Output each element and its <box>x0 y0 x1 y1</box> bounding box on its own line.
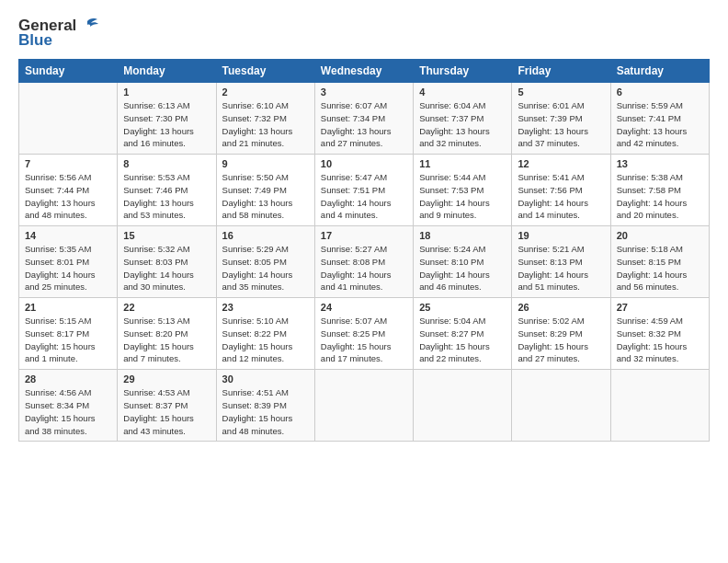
calendar-cell: 28Sunrise: 4:56 AMSunset: 8:34 PMDayligh… <box>19 370 118 442</box>
day-number: 1 <box>123 86 210 98</box>
calendar-cell: 23Sunrise: 5:10 AMSunset: 8:22 PMDayligh… <box>216 298 314 370</box>
day-info: Sunrise: 6:01 AMSunset: 7:39 PMDaylight:… <box>518 99 604 150</box>
day-number: 26 <box>518 302 604 313</box>
calendar-cell: 5Sunrise: 6:01 AMSunset: 7:39 PMDaylight… <box>512 83 610 155</box>
calendar-cell: 2Sunrise: 6:10 AMSunset: 7:32 PMDaylight… <box>216 83 314 155</box>
calendar-cell: 10Sunrise: 5:47 AMSunset: 7:51 PMDayligh… <box>314 155 413 226</box>
logo-blue-text: Blue <box>18 31 52 50</box>
day-info: Sunrise: 5:24 AMSunset: 8:10 PMDaylight:… <box>419 243 506 293</box>
day-info: Sunrise: 6:07 AMSunset: 7:34 PMDaylight:… <box>321 99 407 150</box>
day-info: Sunrise: 5:35 AMSunset: 8:01 PMDaylight:… <box>25 243 111 293</box>
logo: General Blue <box>18 17 98 50</box>
day-info: Sunrise: 6:10 AMSunset: 7:32 PMDaylight:… <box>222 99 309 150</box>
day-number: 30 <box>222 373 309 385</box>
day-number: 3 <box>321 86 407 98</box>
day-info: Sunrise: 5:56 AMSunset: 7:44 PMDaylight:… <box>25 171 111 222</box>
day-number: 22 <box>123 302 210 313</box>
day-info: Sunrise: 5:10 AMSunset: 8:22 PMDaylight:… <box>222 315 309 365</box>
day-number: 15 <box>123 230 210 241</box>
day-info: Sunrise: 4:51 AMSunset: 8:39 PMDaylight:… <box>222 386 309 437</box>
calendar-table: SundayMondayTuesdayWednesdayThursdayFrid… <box>18 59 710 442</box>
day-info: Sunrise: 5:38 AMSunset: 7:58 PMDaylight:… <box>617 171 703 222</box>
calendar-cell <box>512 370 610 442</box>
calendar-cell: 3Sunrise: 6:07 AMSunset: 7:34 PMDaylight… <box>314 83 413 155</box>
day-info: Sunrise: 5:15 AMSunset: 8:17 PMDaylight:… <box>25 315 111 365</box>
day-number: 28 <box>25 373 111 385</box>
header-day-thursday: Thursday <box>414 60 512 83</box>
day-number: 27 <box>617 302 703 313</box>
day-info: Sunrise: 5:41 AMSunset: 7:56 PMDaylight:… <box>518 171 604 222</box>
header-day-saturday: Saturday <box>610 60 709 83</box>
day-number: 14 <box>25 230 111 241</box>
day-info: Sunrise: 5:04 AMSunset: 8:27 PMDaylight:… <box>419 315 506 365</box>
day-info: Sunrise: 5:44 AMSunset: 7:53 PMDaylight:… <box>419 171 506 222</box>
calendar-cell: 8Sunrise: 5:53 AMSunset: 7:46 PMDaylight… <box>118 155 216 226</box>
day-info: Sunrise: 5:50 AMSunset: 7:49 PMDaylight:… <box>222 171 309 222</box>
day-number: 16 <box>222 230 309 241</box>
calendar-week-row: 14Sunrise: 5:35 AMSunset: 8:01 PMDayligh… <box>19 226 710 298</box>
calendar-cell: 29Sunrise: 4:53 AMSunset: 8:37 PMDayligh… <box>118 370 216 442</box>
calendar-cell: 24Sunrise: 5:07 AMSunset: 8:25 PMDayligh… <box>314 298 413 370</box>
day-info: Sunrise: 5:21 AMSunset: 8:13 PMDaylight:… <box>518 243 604 293</box>
calendar-cell: 15Sunrise: 5:32 AMSunset: 8:03 PMDayligh… <box>118 226 216 298</box>
calendar-cell: 18Sunrise: 5:24 AMSunset: 8:10 PMDayligh… <box>414 226 512 298</box>
calendar-cell: 11Sunrise: 5:44 AMSunset: 7:53 PMDayligh… <box>414 155 512 226</box>
day-number: 11 <box>419 158 506 169</box>
day-number: 2 <box>222 86 309 98</box>
calendar-cell: 1Sunrise: 6:13 AMSunset: 7:30 PMDaylight… <box>118 83 216 155</box>
calendar-cell: 22Sunrise: 5:13 AMSunset: 8:20 PMDayligh… <box>118 298 216 370</box>
calendar-cell <box>19 83 118 155</box>
header-day-sunday: Sunday <box>19 60 118 83</box>
day-number: 6 <box>617 86 703 98</box>
day-number: 20 <box>617 230 703 241</box>
page: General Blue SundayMondayTuesdayWednesda… <box>0 0 728 563</box>
calendar-cell: 19Sunrise: 5:21 AMSunset: 8:13 PMDayligh… <box>512 226 610 298</box>
calendar-cell: 20Sunrise: 5:18 AMSunset: 8:15 PMDayligh… <box>610 226 709 298</box>
calendar-cell: 26Sunrise: 5:02 AMSunset: 8:29 PMDayligh… <box>512 298 610 370</box>
calendar-cell: 7Sunrise: 5:56 AMSunset: 7:44 PMDaylight… <box>19 155 118 226</box>
day-info: Sunrise: 5:27 AMSunset: 8:08 PMDaylight:… <box>321 243 407 293</box>
calendar-week-row: 1Sunrise: 6:13 AMSunset: 7:30 PMDaylight… <box>19 83 710 155</box>
calendar-cell: 4Sunrise: 6:04 AMSunset: 7:37 PMDaylight… <box>414 83 512 155</box>
day-info: Sunrise: 5:32 AMSunset: 8:03 PMDaylight:… <box>123 243 210 293</box>
day-number: 9 <box>222 158 309 169</box>
day-number: 8 <box>123 158 210 169</box>
calendar-cell: 12Sunrise: 5:41 AMSunset: 7:56 PMDayligh… <box>512 155 610 226</box>
day-info: Sunrise: 5:07 AMSunset: 8:25 PMDaylight:… <box>321 315 407 365</box>
day-number: 23 <box>222 302 309 313</box>
day-number: 5 <box>518 86 604 98</box>
day-info: Sunrise: 5:02 AMSunset: 8:29 PMDaylight:… <box>518 315 604 365</box>
header-day-monday: Monday <box>118 60 216 83</box>
day-info: Sunrise: 5:59 AMSunset: 7:41 PMDaylight:… <box>617 99 703 150</box>
calendar-cell <box>314 370 413 442</box>
calendar-header-row: SundayMondayTuesdayWednesdayThursdayFrid… <box>19 60 710 83</box>
day-number: 7 <box>25 158 111 169</box>
day-number: 18 <box>419 230 506 241</box>
calendar-cell: 25Sunrise: 5:04 AMSunset: 8:27 PMDayligh… <box>414 298 512 370</box>
calendar-cell: 17Sunrise: 5:27 AMSunset: 8:08 PMDayligh… <box>314 226 413 298</box>
calendar-cell: 13Sunrise: 5:38 AMSunset: 7:58 PMDayligh… <box>610 155 709 226</box>
day-info: Sunrise: 5:47 AMSunset: 7:51 PMDaylight:… <box>321 171 407 222</box>
calendar-cell: 14Sunrise: 5:35 AMSunset: 8:01 PMDayligh… <box>19 226 118 298</box>
header-day-friday: Friday <box>512 60 610 83</box>
day-number: 24 <box>321 302 407 313</box>
day-number: 13 <box>617 158 703 169</box>
calendar-week-row: 7Sunrise: 5:56 AMSunset: 7:44 PMDaylight… <box>19 155 710 226</box>
calendar-week-row: 21Sunrise: 5:15 AMSunset: 8:17 PMDayligh… <box>19 298 710 370</box>
calendar-cell: 21Sunrise: 5:15 AMSunset: 8:17 PMDayligh… <box>19 298 118 370</box>
day-number: 25 <box>419 302 506 313</box>
day-number: 10 <box>321 158 407 169</box>
day-info: Sunrise: 4:53 AMSunset: 8:37 PMDaylight:… <box>123 386 210 437</box>
header: General Blue <box>18 17 710 50</box>
day-number: 29 <box>123 373 210 385</box>
day-info: Sunrise: 6:13 AMSunset: 7:30 PMDaylight:… <box>123 99 210 150</box>
calendar-cell <box>610 370 709 442</box>
header-day-tuesday: Tuesday <box>216 60 314 83</box>
day-info: Sunrise: 4:59 AMSunset: 8:32 PMDaylight:… <box>617 315 703 365</box>
calendar-week-row: 28Sunrise: 4:56 AMSunset: 8:34 PMDayligh… <box>19 370 710 442</box>
day-info: Sunrise: 4:56 AMSunset: 8:34 PMDaylight:… <box>25 386 111 437</box>
day-info: Sunrise: 5:13 AMSunset: 8:20 PMDaylight:… <box>123 315 210 365</box>
calendar-cell <box>414 370 512 442</box>
day-info: Sunrise: 5:18 AMSunset: 8:15 PMDaylight:… <box>617 243 703 293</box>
day-number: 4 <box>419 86 506 98</box>
